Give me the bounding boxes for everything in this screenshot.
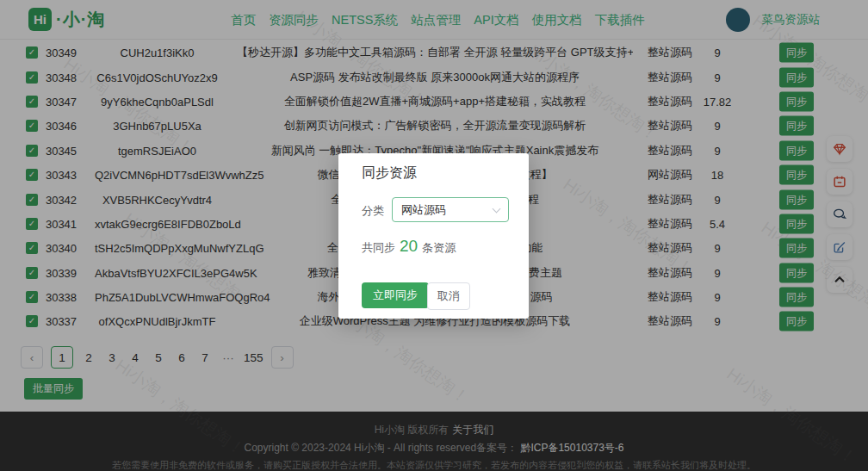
count-suffix: 条资源 — [422, 240, 456, 256]
confirm-sync-button[interactable]: 立即同步 — [362, 282, 429, 308]
cancel-button[interactable]: 取消 — [427, 282, 470, 310]
modal-title: 同步资源 — [362, 164, 417, 183]
sync-count-text: 共同步 20 条资源 — [362, 237, 456, 256]
count-number: 20 — [400, 237, 418, 256]
category-selected-value: 网站源码 — [401, 198, 446, 221]
category-label: 分类 — [362, 203, 384, 219]
sync-resource-modal: 同步资源 分类 网站源码 共同步 20 条资源 立即同步 取消 — [338, 153, 529, 319]
category-select[interactable]: 网站源码 — [392, 197, 509, 222]
count-prefix: 共同步 — [362, 240, 395, 256]
chevron-down-icon — [493, 205, 501, 214]
